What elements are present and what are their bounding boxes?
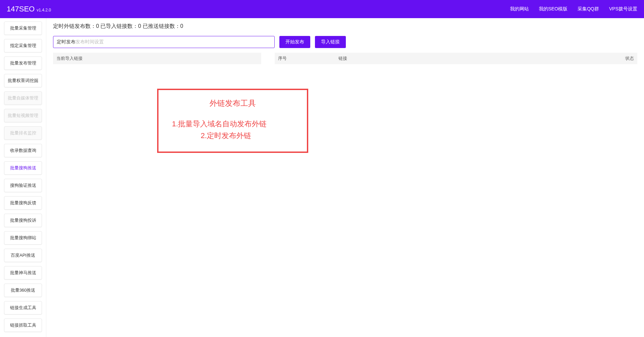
sidebar-item-weight-keywords[interactable]: 批量权重词挖掘 xyxy=(4,74,42,87)
nav-vps-settings[interactable]: VPS拨号设置 xyxy=(609,6,637,12)
sidebar-item-link-crawler[interactable]: 链接抓取工具 xyxy=(4,319,42,332)
top-nav: 我的网站 我的SEO模版 采集QQ群 VPS拨号设置 xyxy=(510,6,637,12)
sidebar-item-rank-monitor: 批量排名监控 xyxy=(4,126,42,140)
left-table-header: 当前导入链接 xyxy=(53,53,261,64)
imported-links-table: 当前导入链接 xyxy=(53,53,261,64)
sidebar-item-sogou-complaint[interactable]: 批量搜狗投诉 xyxy=(4,214,42,227)
sidebar-item-sogou-push[interactable]: 批量搜狗推送 xyxy=(4,161,42,175)
sidebar-item-link-generator[interactable]: 链接生成工具 xyxy=(4,301,42,314)
app-header: 147SEO v1.4.2.0 我的网站 我的SEO模版 采集QQ群 VPS拨号… xyxy=(0,0,644,18)
left-th-links: 当前导入链接 xyxy=(56,55,83,61)
overlay-line-2: 2.定时发布外链 xyxy=(172,130,293,141)
nav-my-site[interactable]: 我的网站 xyxy=(510,6,529,12)
sidebar-item-self-media: 批量自媒体管理 xyxy=(4,91,42,105)
tables-row: 当前导入链接 序号 链接 状态 xyxy=(53,53,637,64)
overlay-line-1: 1.批量导入域名自动发布外链 xyxy=(172,118,293,130)
start-publish-button[interactable]: 开始发布 xyxy=(279,36,310,48)
sidebar-item-specific-collect[interactable]: 指定采集管理 xyxy=(4,39,42,52)
th-status: 状态 xyxy=(614,55,634,61)
nav-seo-template[interactable]: 我的SEO模版 xyxy=(539,6,568,12)
right-table-header: 序号 链接 状态 xyxy=(275,53,637,64)
overlay-title: 外链发布工具 xyxy=(172,98,293,109)
sidebar-item-sogou-verify[interactable]: 搜狗验证推送 xyxy=(4,179,42,192)
controls-row: 定时发布 发布时间设置 开始发布 导入链接 xyxy=(53,36,637,48)
schedule-time-input[interactable]: 定时发布 发布时间设置 xyxy=(53,36,275,48)
th-seq: 序号 xyxy=(278,55,305,61)
input-placeholder: 发布时间设置 xyxy=(76,39,104,45)
app-version: v1.4.2.0 xyxy=(37,8,51,12)
sidebar-item-batch-publish[interactable]: 批量发布管理 xyxy=(4,56,42,70)
sidebar-item-short-video: 批量短视频管理 xyxy=(4,109,42,122)
main-content: 定时外链发布数：0 已导入链接数：0 已推送链接数：0 定时发布 发布时间设置 … xyxy=(46,18,644,337)
sidebar-item-shenma-push[interactable]: 批量神马推送 xyxy=(4,266,42,280)
sidebar-item-sogou-bind[interactable]: 批量搜狗绑站 xyxy=(4,231,42,245)
status-line: 定时外链发布数：0 已导入链接数：0 已推送链接数：0 xyxy=(53,23,637,30)
annotation-overlay: 外链发布工具 1.批量导入域名自动发布外链 2.定时发布外链 xyxy=(157,89,308,153)
sidebar-item-baidu-api[interactable]: 百度API推送 xyxy=(4,249,42,262)
sidebar-item-sogou-feedback[interactable]: 批量搜狗反馈 xyxy=(4,196,42,210)
app-logo: 147SEO xyxy=(7,5,35,13)
nav-qq-group[interactable]: 采集QQ群 xyxy=(578,6,599,12)
input-prefix: 定时发布 xyxy=(57,39,76,45)
sidebar-item-360-push[interactable]: 批量360推送 xyxy=(4,284,42,297)
th-link: 链接 xyxy=(338,55,580,61)
status-table: 序号 链接 状态 xyxy=(275,53,637,64)
sidebar-item-index-data[interactable]: 收录数据查询 xyxy=(4,144,42,157)
import-links-button[interactable]: 导入链接 xyxy=(315,36,346,48)
sidebar: 批量采集管理 指定采集管理 批量发布管理 批量权重词挖掘 批量自媒体管理 批量短… xyxy=(0,18,46,337)
logo-area: 147SEO v1.4.2.0 xyxy=(7,5,51,13)
sidebar-item-batch-collect[interactable]: 批量采集管理 xyxy=(4,22,42,35)
